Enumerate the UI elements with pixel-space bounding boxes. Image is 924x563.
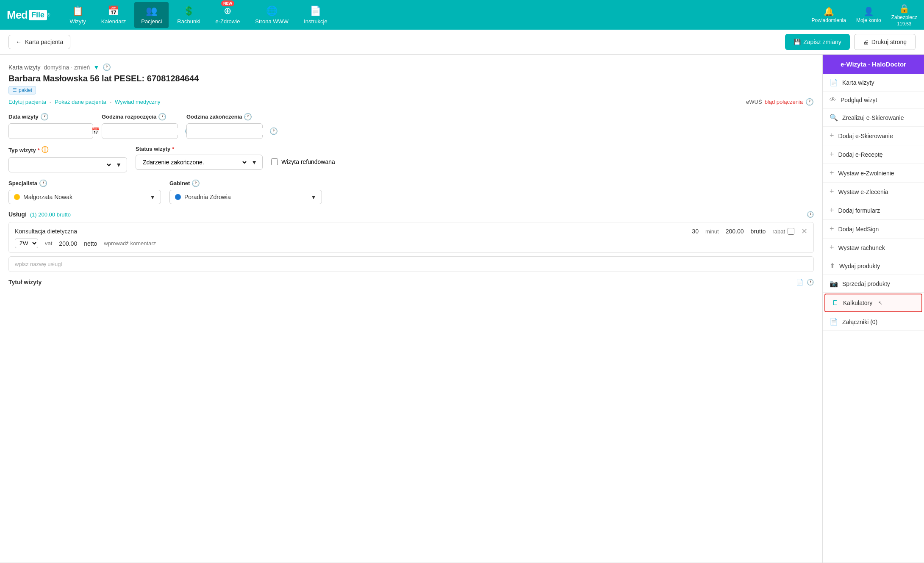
edit-patient-link[interactable]: Edytuj pacjenta	[8, 99, 46, 105]
ewizyta-button[interactable]: e-Wizyta - HaloDoctor	[823, 55, 924, 74]
date-clock-icon[interactable]: 🕐	[40, 113, 49, 121]
service-comment-input[interactable]	[104, 240, 189, 247]
date-input-control[interactable]: 2024-06-08 📅	[8, 123, 93, 139]
nav-label-rachunki: Rachunki	[177, 18, 200, 25]
powiadomienia-label: Powiadomienia	[812, 17, 846, 23]
end-time-input[interactable]: 10:30	[192, 128, 266, 135]
karta-doc-icon: 📄	[830, 78, 838, 86]
specialist-clock-icon[interactable]: 🕐	[39, 179, 47, 187]
nav-item-kalendarz[interactable]: 📅 Kalendarz	[94, 2, 133, 28]
sidebar-item-zalaczniki[interactable]: 📄 Załączniki (0)	[823, 313, 924, 331]
end-time-control[interactable]: 10:30 🕐	[186, 123, 263, 139]
sidebar-item-karta-wizyty[interactable]: 📄 Karta wizyty	[823, 74, 924, 92]
service-netto-label: netto	[84, 240, 97, 247]
service-brutto-label: brutto	[751, 228, 766, 235]
type-info-icon[interactable]: ⓘ	[42, 146, 48, 155]
section-icons: 📄 🕐	[796, 279, 814, 286]
end-time-clock-icon: 🕐	[269, 127, 278, 135]
service-row: Konsultacja dietetyczna 30 minut 200.00 …	[8, 222, 814, 253]
sidebar-item-ezlecenia[interactable]: + Wystaw e-Zlecenia	[823, 183, 924, 201]
service-close-button[interactable]: ✕	[801, 227, 807, 236]
nav-item-pacjenci[interactable]: 👥 Pacjenci	[134, 2, 169, 28]
specialist-dropdown-icon: ▼	[150, 194, 155, 200]
zrealizuj-search-icon: 🔍	[830, 114, 838, 122]
status-select-control[interactable]: Zdarzenie zakończone. ▼	[136, 155, 263, 170]
sidebar-item-dodaj-eskierowanie[interactable]: + Dodaj e-Skierowanie	[823, 127, 924, 145]
vat-select[interactable]: ZW	[15, 239, 38, 248]
right-sidebar: e-Wizyta - HaloDoctor 📄 Karta wizyty 👁 P…	[822, 55, 924, 563]
mojekonto-label: Moje konto	[856, 17, 881, 23]
print-button[interactable]: 🖨 Drukuj stronę	[854, 34, 916, 50]
tytul-clock-icon[interactable]: 🕐	[807, 279, 814, 286]
service-bottom: ZW vat 200.00 netto	[15, 239, 807, 248]
sidebar-item-ezwolnienie[interactable]: + Wystaw e-Zwolnienie	[823, 164, 924, 183]
services-clock-icon[interactable]: 🕐	[807, 211, 814, 218]
sidebar-item-rachunek[interactable]: + Wystaw rachunek	[823, 239, 924, 257]
change-link[interactable]: ▼	[93, 64, 99, 71]
service-price-netto: 200.00	[59, 240, 77, 247]
back-label: Karta pacjenta	[25, 39, 63, 45]
sidebar-item-sprzedaj[interactable]: 📷 Sprzedaj produkty	[823, 275, 924, 293]
new-badge: NEW	[221, 0, 234, 6]
nav-item-wizyty[interactable]: 📋 Wizyty	[63, 2, 92, 28]
show-patient-link[interactable]: Pokaż dane pacjenta	[55, 99, 106, 105]
dodaj-erecepete-plus-icon: +	[830, 150, 834, 159]
nav-item-instrukcje[interactable]: 📄 Instrukcje	[297, 2, 334, 28]
start-clock-icon[interactable]: 🕐	[158, 113, 166, 121]
cabinet-clock-icon[interactable]: 🕐	[191, 179, 200, 187]
sidebar-item-zrealizuj[interactable]: 🔍 Zrealizuj e-Skierowanie	[823, 109, 924, 127]
sidebar-item-kalkulatory[interactable]: 🗒 Kalkulatory ↖	[824, 294, 922, 312]
sidebar-item-wydaj[interactable]: ⬆ Wydaj produkty	[823, 257, 924, 275]
nav-item-rachunki[interactable]: 💲 Rachunki	[170, 2, 207, 28]
form-group-start-time: Godzina rozpoczęcia 🕐 10:00 🕐	[102, 113, 178, 139]
rabat-checkbox[interactable]	[788, 228, 794, 235]
sidebar-item-formularz[interactable]: + Dodaj formularz	[823, 201, 924, 220]
podglad-eye-icon: 👁	[830, 96, 836, 104]
vat-label: vat	[45, 240, 52, 247]
end-clock-icon[interactable]: 🕐	[244, 113, 252, 121]
nav-mojekonto[interactable]: 👤 Moje konto	[856, 6, 881, 23]
sidebar-item-podglad[interactable]: 👁 Podgląd wizyt	[823, 92, 924, 109]
dodaj-eskierowanie-plus-icon: +	[830, 131, 834, 140]
type-select[interactable]	[14, 161, 112, 169]
cabinet-dot	[175, 194, 181, 200]
cabinet-select-control[interactable]: Poradnia Zdrowia ▼	[169, 190, 322, 204]
sidebar-item-medsign[interactable]: + Dodaj MedSign	[823, 220, 924, 239]
ewus-clock-icon[interactable]: 🕐	[805, 98, 814, 106]
card-clock-icon[interactable]: 🕐	[103, 63, 111, 71]
formularz-plus-icon: +	[830, 206, 834, 215]
ewus-error: błąd połączenia	[765, 99, 803, 105]
status-select[interactable]: Zdarzenie zakończone.	[141, 158, 248, 166]
type-select-control[interactable]: ▼	[8, 157, 127, 172]
sidebar-zalaczniki-label: Załączniki (0)	[842, 319, 877, 325]
wywiad-link[interactable]: Wywiad medyczny	[115, 99, 161, 105]
sidebar-kalkulatory-label: Kalkulatory	[843, 300, 872, 306]
form-group-type: Typ wizyty * ⓘ ▼	[8, 146, 127, 172]
nav-item-stronawww[interactable]: 🌐 Strona WWW	[248, 2, 295, 28]
nav-item-ezdrowie[interactable]: NEW ⊕ e-Zdrowie	[209, 2, 247, 28]
rabat-row: rabat	[772, 228, 794, 235]
specialist-label: Specjalista 🕐	[8, 179, 161, 187]
cabinet-label: Gabinet 🕐	[169, 179, 322, 187]
refund-checkbox[interactable]	[271, 158, 278, 165]
zabezpieczenia-label: Zabezpiecz	[891, 14, 917, 20]
cursor-indicator: ↖	[878, 300, 882, 306]
specialist-select-control[interactable]: Małgorzata Nowak ▼	[8, 190, 161, 204]
tytul-label: Tytuł wizyty	[8, 279, 42, 286]
date-input[interactable]: 2024-06-08	[14, 128, 88, 135]
sidebar-dodaj-erecepete-label: Dodaj e-Receptę	[838, 151, 883, 158]
start-time-control[interactable]: 10:00 🕐	[102, 123, 178, 139]
tytul-doc-icon[interactable]: 📄	[796, 279, 803, 286]
logo[interactable]: Med File ®	[7, 8, 50, 22]
services-count: (1) 200.00 brutto	[30, 211, 71, 218]
sidebar-item-dodaj-erecepete[interactable]: + Dodaj e-Receptę	[823, 145, 924, 164]
service-add-input[interactable]: wpisz nazwę usługi	[8, 256, 814, 272]
save-button[interactable]: 💾 Zapisz zmiany	[785, 34, 849, 50]
start-time-input[interactable]: 10:00	[107, 128, 181, 135]
back-button[interactable]: ← Karta pacjenta	[8, 35, 70, 49]
save-label: Zapisz zmiany	[803, 39, 841, 45]
logo-med: Med	[7, 8, 28, 22]
sprzedaj-camera-icon: 📷	[830, 280, 838, 288]
nav-powiadomienia[interactable]: 🔔 Powiadomienia	[812, 6, 846, 23]
nav-zabezpieczenia[interactable]: 🔒 Zabezpiecz 119:53	[891, 3, 917, 26]
